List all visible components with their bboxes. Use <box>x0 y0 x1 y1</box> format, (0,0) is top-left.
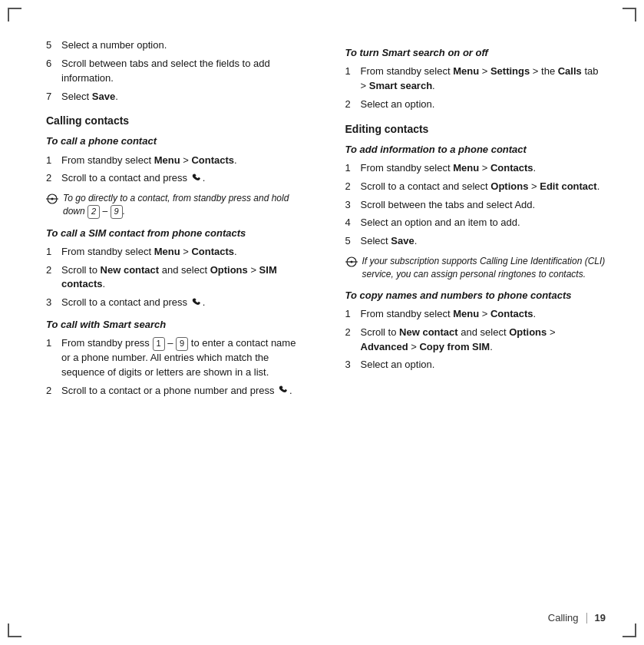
list-item: 1 From standby press 1 – 9 to enter a co… <box>46 336 307 380</box>
footer-label: Calling <box>548 612 579 624</box>
list-item: 7 Select Save. <box>46 90 307 104</box>
call-icon <box>277 384 289 396</box>
footer-divider <box>586 613 587 624</box>
tip-text-1: To go directly to a contact, from standb… <box>63 192 307 218</box>
step-number: 2 <box>345 98 361 112</box>
step-text: Select Save. <box>61 90 118 104</box>
list-item: 2 Scroll to a contact or a phone number … <box>46 384 307 399</box>
step-text: From standby select Menu > Contacts. <box>361 161 537 176</box>
step-text: Scroll to New contact and select Options… <box>361 326 606 355</box>
step-text: From standby select Menu > Contacts. <box>61 154 237 168</box>
step-number: 1 <box>46 336 61 380</box>
sub-heading-copy-names: To copy names and numbers to phone conta… <box>345 289 606 303</box>
section-heading-editing-contacts: Editing contacts <box>345 123 606 135</box>
intro-steps: 5 Select a number option. 6 Scroll betwe… <box>46 38 307 104</box>
list-item: 3 Scroll between the tabs and select Add… <box>345 198 606 213</box>
tip-block-2: If your subscription supports Calling Li… <box>345 255 606 281</box>
step-text: Scroll to a contact and select Options >… <box>361 180 600 194</box>
step-number: 4 <box>345 216 361 230</box>
list-item: 1 From standby select Menu > Settings > … <box>345 64 606 94</box>
list-item: 4 Select an option and an item to add. <box>345 216 606 230</box>
footer: Calling 19 <box>548 612 606 624</box>
step-number: 2 <box>46 384 61 399</box>
step-text: Scroll to a contact and press . <box>61 296 205 310</box>
step-text: Select an option and an item to add. <box>361 216 520 230</box>
list-item: 2 Scroll to New contact and select Optio… <box>46 263 307 293</box>
list-item: 1 From standby select Menu > Contacts. <box>46 154 307 168</box>
right-column: To turn Smart search on or off 1 From st… <box>338 38 606 607</box>
list-item: 2 Scroll to New contact and select Optio… <box>345 326 606 355</box>
step-text: Scroll between the tabs and select Add. <box>361 198 536 213</box>
list-item: 1 From standby select Menu > Contacts. <box>345 161 606 176</box>
step-text: Select a number option. <box>61 38 167 53</box>
step-text: From standby press 1 – 9 to enter a cont… <box>61 336 307 380</box>
sub-heading-smart-search: To call with Smart search <box>46 318 307 332</box>
step-number: 1 <box>345 64 361 94</box>
step-number: 2 <box>345 180 361 194</box>
step-number: 2 <box>46 171 61 186</box>
page: 5 Select a number option. 6 Scroll betwe… <box>0 0 644 645</box>
list-item: 5 Select Save. <box>345 234 606 249</box>
key-1: 1 <box>153 337 165 350</box>
corner-top-right <box>623 8 636 22</box>
step-number: 2 <box>345 326 361 355</box>
key-9b: 9 <box>176 337 188 350</box>
sub-heading-add-info: To add information to a phone contact <box>345 143 606 157</box>
tip-block-1: To go directly to a contact, from standb… <box>46 192 307 218</box>
list-item: 5 Select a number option. <box>46 38 307 53</box>
step-text: Scroll to New contact and select Options… <box>61 263 307 293</box>
content-area: 5 Select a number option. 6 Scroll betwe… <box>0 0 644 645</box>
step-number: 3 <box>345 198 361 213</box>
step-text: From standby select Menu > Contacts. <box>61 245 237 260</box>
tip-icon <box>46 193 60 209</box>
list-item: 2 Scroll to a contact and select Options… <box>345 180 606 194</box>
step-number: 5 <box>345 234 361 249</box>
left-column: 5 Select a number option. 6 Scroll betwe… <box>46 38 315 607</box>
list-item: 1 From standby select Menu > Contacts. <box>46 245 307 260</box>
step-text: Scroll to a contact or a phone number an… <box>61 384 292 399</box>
step-text: Select an option. <box>361 358 435 372</box>
step-number: 1 <box>345 307 361 322</box>
call-icon <box>190 172 203 184</box>
step-text: Scroll between tabs and select the field… <box>61 57 307 86</box>
step-number: 7 <box>46 90 61 104</box>
tip-text-2: If your subscription supports Calling Li… <box>362 255 606 281</box>
corner-bottom-left <box>8 624 21 637</box>
step-number: 6 <box>46 57 61 86</box>
svg-point-9 <box>350 261 352 263</box>
step-text: From standby select Menu > Settings > th… <box>361 64 606 94</box>
list-item: 3 Select an option. <box>345 358 606 372</box>
sub-heading-smart-search-onoff: To turn Smart search on or off <box>345 46 606 60</box>
footer-page: 19 <box>595 612 606 624</box>
step-number: 2 <box>46 263 61 293</box>
list-item: 2 Select an option. <box>345 98 606 112</box>
call-icon <box>190 296 203 309</box>
step-number: 1 <box>46 154 61 168</box>
list-item: 3 Scroll to a contact and press . <box>46 296 307 310</box>
step-number: 3 <box>46 296 61 310</box>
sub-heading-call-sim-contact: To call a SIM contact from phone contact… <box>46 227 307 240</box>
key-9: 9 <box>111 205 123 218</box>
section-heading-calling-contacts: Calling contacts <box>46 114 307 127</box>
step-text: From standby select Menu > Contacts. <box>361 307 537 322</box>
corner-top-left <box>8 8 21 22</box>
step-number: 3 <box>345 358 361 372</box>
corner-bottom-right <box>623 624 636 637</box>
step-number: 1 <box>46 245 61 260</box>
list-item: 6 Scroll between tabs and select the fie… <box>46 57 307 86</box>
step-text: Scroll to a contact and press . <box>61 171 205 186</box>
step-number: 1 <box>345 161 361 176</box>
step-number: 5 <box>46 38 61 53</box>
tip-icon-2 <box>345 256 359 272</box>
step-text: Select Save. <box>361 234 418 249</box>
sub-heading-call-phone-contact: To call a phone contact <box>46 134 307 148</box>
key-2: 2 <box>88 205 100 218</box>
list-item: 2 Scroll to a contact and press . <box>46 171 307 186</box>
svg-point-4 <box>51 198 54 200</box>
list-item: 1 From standby select Menu > Contacts. <box>345 307 606 322</box>
step-text: Select an option. <box>361 98 435 112</box>
